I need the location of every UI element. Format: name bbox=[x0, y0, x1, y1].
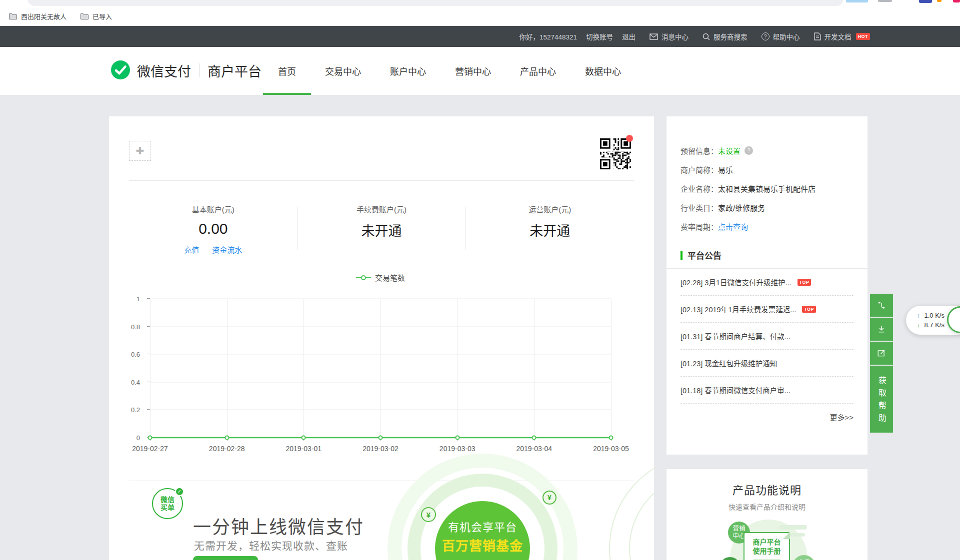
announcements-header: 平台公告 bbox=[666, 249, 868, 269]
product-panel[interactable]: 产品功能说明 快速查看产品介绍和说明 营销中心 商户平台 使用手册 产品中心 bbox=[666, 469, 868, 560]
provider-search-link[interactable]: 服务商搜索 bbox=[702, 31, 748, 41]
wechat-pay-logo-icon bbox=[110, 60, 131, 81]
top-badge: TOP bbox=[798, 279, 812, 286]
divider bbox=[129, 481, 634, 481]
merchant-info-row: 商户简称：易乐 bbox=[680, 160, 854, 179]
account-link[interactable]: 资金流水 bbox=[212, 244, 242, 255]
switch-account-link[interactable]: 切换账号 bbox=[586, 31, 613, 41]
nav-item-5[interactable]: 数据中心 bbox=[585, 47, 621, 95]
announcement-item[interactable]: [01.31] 春节期间商户结算、付款... bbox=[680, 323, 854, 350]
manual-doc-icon: 商户平台 使用手册 bbox=[744, 532, 790, 560]
legend-marker-icon bbox=[356, 275, 371, 280]
feedback-tool-button[interactable] bbox=[870, 342, 893, 365]
question-icon: ? bbox=[762, 32, 770, 40]
screen: 西出阳关无故人已导入 你好，1527448321 切换账号 退出 消息中心 服务… bbox=[0, 0, 960, 560]
link-tool-button[interactable] bbox=[870, 294, 893, 317]
account-col-0: 基本账户(元)0.00充值资金流水 bbox=[129, 204, 298, 255]
data-point bbox=[532, 436, 536, 440]
search-icon bbox=[702, 33, 710, 40]
merchant-info-row: 行业类目：家政/维修服务 bbox=[680, 198, 854, 217]
document-icon bbox=[814, 32, 821, 40]
announcement-item[interactable]: [01.18] 春节期间微信支付商户审... bbox=[680, 377, 854, 404]
extension-icon[interactable] bbox=[878, 0, 892, 2]
extension-icon[interactable] bbox=[846, 0, 868, 2]
extension-icon[interactable] bbox=[919, 0, 932, 3]
qr-code bbox=[600, 138, 631, 169]
banner-subtitle: 无需开发，轻松实现收款、查账 bbox=[194, 538, 348, 553]
logout-link[interactable]: 退出 bbox=[622, 31, 636, 41]
get-help-button[interactable]: 获取帮助 bbox=[870, 366, 893, 433]
data-point bbox=[148, 436, 152, 440]
account-col-1: 手续费账户(元)未开通 bbox=[298, 204, 466, 255]
banner-action-button[interactable] bbox=[193, 556, 258, 560]
green-bar bbox=[680, 251, 682, 260]
main-nav: 首页交易中心账户中心营销中心产品中心数据中心 bbox=[278, 47, 621, 95]
floating-toolbar: 获取帮助 bbox=[870, 294, 893, 433]
data-point bbox=[378, 436, 383, 440]
account-link[interactable]: 充值 bbox=[184, 244, 199, 255]
help-question-icon[interactable]: ? bbox=[744, 146, 753, 155]
edit-icon bbox=[875, 347, 888, 360]
top-badge: TOP bbox=[802, 306, 816, 313]
more-link[interactable]: 更多>> bbox=[680, 412, 854, 422]
legend-label: 交易笔数 bbox=[375, 272, 405, 283]
greeting-text: 你好，1527448321 bbox=[519, 31, 577, 41]
qr-code-widget[interactable] bbox=[600, 138, 631, 169]
chart-plot bbox=[150, 299, 611, 438]
nav-item-0[interactable]: 首页 bbox=[278, 47, 296, 95]
chart-legend[interactable]: 交易笔数 bbox=[150, 272, 611, 283]
logo-divider bbox=[199, 63, 200, 77]
extension-icon[interactable] bbox=[937, 0, 942, 2]
data-point bbox=[455, 436, 460, 440]
notification-dot bbox=[626, 135, 633, 142]
message-center-link[interactable]: 消息中心 bbox=[650, 31, 688, 41]
merchant-info-row: 预留信息：未设置? bbox=[680, 141, 854, 160]
nav-item-1[interactable]: 交易中心 bbox=[325, 47, 361, 95]
plus-icon: ✚ bbox=[136, 145, 144, 157]
site-header: 微信支付 商户平台 首页交易中心账户中心营销中心产品中心数据中心 bbox=[0, 47, 960, 95]
download-arrow-icon: ↓ bbox=[917, 321, 920, 329]
announcements-title: 平台公告 bbox=[688, 249, 722, 261]
announcement-item[interactable]: [01.23] 现金红包升级维护通知 bbox=[680, 350, 854, 377]
divider bbox=[129, 180, 634, 181]
help-center-link[interactable]: ? 帮助中心 bbox=[762, 31, 800, 41]
chart-ylabels: 00.20.40.60.81 bbox=[123, 299, 146, 438]
nav-item-2[interactable]: 账户中心 bbox=[390, 47, 426, 95]
bookmark-folder[interactable]: 已导入 bbox=[80, 11, 112, 21]
nav-item-3[interactable]: 营销中心 bbox=[455, 47, 491, 95]
download-speed: 8.7 K/s bbox=[924, 321, 944, 329]
data-point bbox=[609, 436, 614, 440]
add-shortcut-button[interactable]: ✚ bbox=[129, 141, 151, 161]
download-tool-button[interactable] bbox=[870, 318, 893, 341]
platform-name: 商户平台 bbox=[208, 61, 262, 80]
data-point bbox=[224, 436, 229, 440]
account-col-2: 运营账户(元)未开通 bbox=[466, 204, 634, 255]
announcement-item[interactable]: [02.13] 2019年1月手续费发票延迟...TOP bbox=[680, 296, 854, 323]
wechat-maidan-badge: 微信 买单 ✓ bbox=[152, 488, 183, 519]
extension-icon[interactable] bbox=[953, 0, 960, 2]
bookmark-folder[interactable]: 西出阳关无故人 bbox=[9, 11, 66, 21]
data-point bbox=[302, 436, 306, 440]
upload-speed: 1.0 K/s bbox=[924, 312, 944, 319]
topbar: 你好，1527448321 切换账号 退出 消息中心 服务商搜索 ? 帮助中心 … bbox=[0, 26, 960, 47]
merchant-info-row: 企业名称：太和县关集镇易乐手机配件店 bbox=[680, 179, 854, 198]
merchant-info-rows: 预留信息：未设置?商户简称：易乐企业名称：太和县关集镇易乐手机配件店行业类目：家… bbox=[680, 141, 854, 236]
merchant-info-card: 预留信息：未设置?商户简称：易乐企业名称：太和县关集镇易乐手机配件店行业类目：家… bbox=[666, 116, 868, 455]
logo[interactable]: 微信支付 商户平台 bbox=[110, 60, 262, 81]
bookmarks-bar: 西出阳关无故人已导入 bbox=[0, 7, 960, 26]
upload-arrow-icon: ↑ bbox=[917, 312, 920, 319]
folder-icon bbox=[80, 13, 88, 19]
nav-item-4[interactable]: 产品中心 bbox=[520, 47, 556, 95]
check-icon: ✓ bbox=[175, 487, 184, 496]
brand-name: 微信支付 bbox=[137, 61, 191, 80]
promo-text: 有机会享平台 百万营销基金 随机立减活动助力商 家业务发展 bbox=[420, 501, 545, 560]
address-bar[interactable] bbox=[28, 0, 844, 6]
dev-docs-link[interactable]: 开发文档 HOT bbox=[814, 31, 870, 41]
announcement-item[interactable]: [02.28] 3月1日微信支付升级维护...TOP bbox=[680, 269, 854, 296]
chart-xlabels: 2019-02-272019-02-282019-03-012019-03-02… bbox=[150, 445, 611, 455]
download-icon bbox=[875, 323, 888, 336]
illustration-pill bbox=[779, 525, 807, 530]
folder-icon bbox=[9, 13, 17, 19]
coin-icon: ¥ bbox=[421, 507, 436, 522]
link-icon bbox=[875, 299, 888, 312]
